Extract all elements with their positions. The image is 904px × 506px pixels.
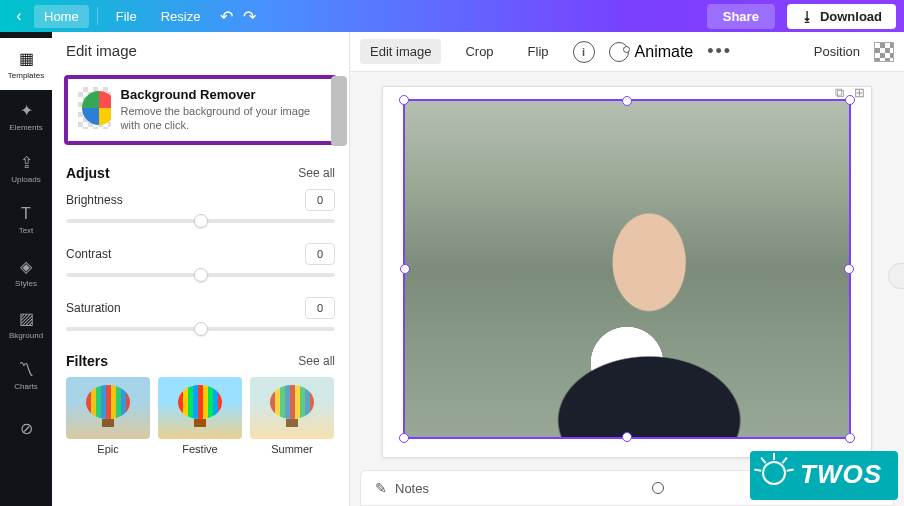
sidebar-item-templates[interactable]: ▦Templates <box>0 38 52 90</box>
brightness-knob[interactable] <box>194 214 208 228</box>
twos-badge: TWOS <box>750 451 898 500</box>
context-toolbar: Edit image Crop Flip i Animate ••• Posit… <box>350 32 904 72</box>
filters-section-title: Filters <box>66 353 108 369</box>
bg-remover-title: Background Remover <box>121 87 323 102</box>
resize-handle-tm[interactable] <box>622 96 632 106</box>
canvas-page[interactable]: ⧉ ⊞ <box>382 86 872 458</box>
add-page-icon[interactable]: ⊞ <box>854 85 865 101</box>
notes-label: Notes <box>395 481 429 496</box>
contrast-knob[interactable] <box>194 268 208 282</box>
bg-remover-desc: Remove the background of your image with… <box>121 104 323 133</box>
lightbulb-icon <box>760 457 790 491</box>
notes-icon: ✎ <box>375 480 387 496</box>
co2-icon: ⊘ <box>20 419 33 438</box>
side-handle-icon[interactable] <box>888 263 904 289</box>
home-button[interactable]: Home <box>34 5 89 28</box>
brightness-slider[interactable] <box>66 219 335 223</box>
contrast-label: Contrast <box>66 247 111 261</box>
download-label: Download <box>820 9 882 24</box>
text-icon: T <box>21 205 31 223</box>
canvas-stage[interactable]: ⧉ ⊞ ✎ Notes <box>350 72 904 506</box>
saturation-value[interactable]: 0 <box>305 297 335 319</box>
animate-button[interactable]: Animate <box>609 42 694 62</box>
filters-see-all[interactable]: See all <box>298 354 335 368</box>
background-icon: ▨ <box>19 309 34 328</box>
background-remover-button[interactable]: Background Remover Remove the background… <box>64 75 337 145</box>
edit-image-button[interactable]: Edit image <box>360 39 441 64</box>
filter-epic[interactable]: Epic <box>66 377 150 455</box>
sidebar: ▦Templates ✦Elements ⇪Uploads TText ◈Sty… <box>0 32 52 506</box>
saturation-label: Saturation <box>66 301 121 315</box>
twos-text: TWOS <box>800 459 882 489</box>
resize-handle-bm[interactable] <box>622 432 632 442</box>
charts-icon: 〽 <box>18 361 34 379</box>
uploads-icon: ⇪ <box>20 153 33 172</box>
redo-icon[interactable]: ↷ <box>243 7 256 26</box>
download-button[interactable]: ⭳ Download <box>787 4 896 29</box>
sidebar-item-elements[interactable]: ✦Elements <box>0 90 52 142</box>
sidebar-item-charts[interactable]: 〽Charts <box>0 350 52 402</box>
resize-handle-tr[interactable] <box>845 95 855 105</box>
resize-button[interactable]: Resize <box>151 5 211 28</box>
selected-image[interactable] <box>403 99 851 439</box>
resize-handle-tl[interactable] <box>399 95 409 105</box>
panel-title: Edit image <box>52 32 349 69</box>
resize-handle-mr[interactable] <box>844 264 854 274</box>
info-icon[interactable]: i <box>573 41 595 63</box>
resize-handle-br[interactable] <box>845 433 855 443</box>
canvas-area: Edit image Crop Flip i Animate ••• Posit… <box>350 32 904 506</box>
sidebar-item-background[interactable]: ▨Bkground <box>0 298 52 350</box>
flip-button[interactable]: Flip <box>518 39 559 64</box>
crop-button[interactable]: Crop <box>455 39 503 64</box>
photo-content <box>405 101 849 437</box>
download-icon: ⭳ <box>801 9 814 24</box>
undo-icon[interactable]: ↶ <box>220 7 233 26</box>
back-icon[interactable]: ‹ <box>8 5 30 27</box>
saturation-slider[interactable] <box>66 327 335 331</box>
panel-scrollbar[interactable] <box>331 76 347 146</box>
templates-icon: ▦ <box>19 49 34 68</box>
sidebar-item-more[interactable]: ⊘ <box>0 402 52 454</box>
edit-image-panel: Edit image Background Remover Remove the… <box>52 32 350 506</box>
adjust-see-all[interactable]: See all <box>298 166 335 180</box>
divider <box>97 7 98 25</box>
more-icon[interactable]: ••• <box>707 41 732 62</box>
filter-festive[interactable]: Festive <box>158 377 242 455</box>
transparency-icon[interactable] <box>874 42 894 62</box>
share-button[interactable]: Share <box>707 4 775 29</box>
page-indicator[interactable] <box>652 482 664 494</box>
brightness-label: Brightness <box>66 193 123 207</box>
sidebar-item-text[interactable]: TText <box>0 194 52 246</box>
top-bar: ‹ Home File Resize ↶ ↷ Share ⭳ Download <box>0 0 904 32</box>
brightness-value[interactable]: 0 <box>305 189 335 211</box>
contrast-value[interactable]: 0 <box>305 243 335 265</box>
styles-icon: ◈ <box>20 257 32 276</box>
animate-icon <box>609 42 629 62</box>
sidebar-item-uploads[interactable]: ⇪Uploads <box>0 142 52 194</box>
filter-summer[interactable]: Summer <box>250 377 334 455</box>
saturation-knob[interactable] <box>194 322 208 336</box>
elements-icon: ✦ <box>20 101 33 120</box>
adjust-section-title: Adjust <box>66 165 110 181</box>
position-button[interactable]: Position <box>814 44 860 59</box>
resize-handle-ml[interactable] <box>400 264 410 274</box>
resize-handle-bl[interactable] <box>399 433 409 443</box>
bg-remover-thumb <box>78 87 111 129</box>
contrast-slider[interactable] <box>66 273 335 277</box>
sidebar-item-styles[interactable]: ◈Styles <box>0 246 52 298</box>
file-button[interactable]: File <box>106 5 147 28</box>
